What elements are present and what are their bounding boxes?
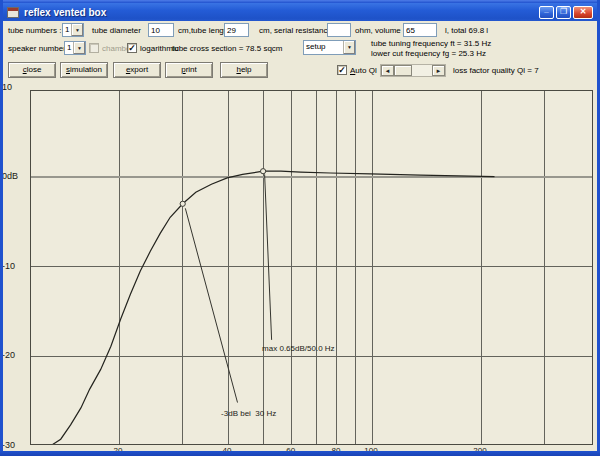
minimize-icon: _ [540, 4, 553, 15]
check-icon: ✓ [338, 65, 346, 75]
slider-left-arrow-icon[interactable]: ◄ [381, 65, 394, 76]
loss-factor-label: loss factor quality Ql = 7 [453, 66, 539, 75]
y-tick-label: -10 [2, 261, 15, 271]
help-button[interactable]: help [220, 62, 268, 78]
tube-length-label: cm,tube length [178, 26, 230, 35]
speaker-numbers-select[interactable]: 1 ▼ [64, 41, 86, 55]
setup-value: setup [304, 41, 343, 54]
slider-right-arrow-icon[interactable]: ► [432, 65, 445, 76]
volume-label: ohm, volume [355, 26, 401, 35]
close-icon: ✕ [574, 6, 592, 17]
chart-plot-area: max 0.65dB/50.0 Hz-3dB bei 30 Hz [30, 90, 593, 445]
print-button[interactable]: print [165, 62, 213, 78]
annotation-leader-line [185, 208, 237, 402]
check-icon: ✓ [128, 43, 136, 53]
cross-section-label: tube cross section = 78.5 sqcm [172, 44, 283, 53]
serial-resistance-input[interactable] [327, 23, 351, 37]
auto-ql-checkbox[interactable]: ✓ [337, 65, 347, 75]
close-button[interactable]: ✕ [573, 6, 593, 19]
chart-annotation: -3dB bei 30 Hz [221, 409, 276, 418]
chambers-checkbox[interactable] [89, 43, 99, 53]
setup-select[interactable]: setup ▼ [303, 40, 356, 55]
slider-thumb[interactable] [394, 65, 412, 76]
minimize-button[interactable]: _ [539, 6, 554, 19]
app-window: reflex vented box _ ❐ ✕ tube numbers : 1… [0, 0, 600, 456]
tube-numbers-select[interactable]: 1 ▼ [62, 23, 84, 37]
annotation-leader-line [265, 174, 272, 340]
title-bar[interactable]: reflex vented box _ ❐ ✕ [3, 3, 597, 21]
data-point-marker [180, 201, 185, 206]
window-border-left [0, 0, 3, 456]
export-button[interactable]: export [113, 62, 161, 78]
window-title: reflex vented box [24, 7, 106, 18]
dropdown-arrow-icon[interactable]: ▼ [71, 24, 83, 36]
speaker-numbers-value: 1 [65, 42, 73, 54]
serial-resistance-label: cm, serial resistance [259, 26, 332, 35]
maximize-button[interactable]: ❐ [556, 6, 571, 19]
chart-annotation: max 0.65dB/50.0 Hz [262, 344, 334, 353]
tube-diameter-input[interactable] [148, 23, 174, 37]
tube-diameter-label: tube diameter [92, 26, 141, 35]
tube-numbers-value: 1 [63, 24, 71, 36]
window-border-bottom [0, 451, 600, 456]
y-tick-label: 0dB [2, 171, 18, 181]
auto-ql-label: Auto Ql [350, 66, 377, 75]
volume-input[interactable] [403, 23, 437, 37]
y-tick-label: 10 [2, 82, 12, 92]
simulation-button[interactable]: simulation [60, 62, 108, 78]
tube-length-input[interactable] [224, 23, 249, 37]
maximize-icon: ❐ [557, 6, 570, 17]
plot-area-svg: max 0.65dB/50.0 Hz-3dB bei 30 Hz [31, 91, 592, 444]
window-border-top [0, 0, 600, 3]
app-icon [7, 7, 19, 18]
lower-cut-frequency-text: lower cut frequency fg = 25.3 Hz [371, 49, 486, 58]
y-axis-labels: 100dB-10-20-30 [0, 0, 30, 456]
dropdown-arrow-icon[interactable]: ▼ [73, 42, 85, 54]
logarithmic-checkbox[interactable]: ✓ [127, 43, 137, 53]
total-volume-label: l, total 69.8 l [445, 26, 488, 35]
tuning-frequency-text: tube tuning frequency ft = 31.5 Hz [371, 39, 491, 48]
y-tick-label: -20 [2, 350, 15, 360]
dropdown-arrow-icon[interactable]: ▼ [343, 41, 355, 54]
data-point-marker [261, 169, 266, 174]
